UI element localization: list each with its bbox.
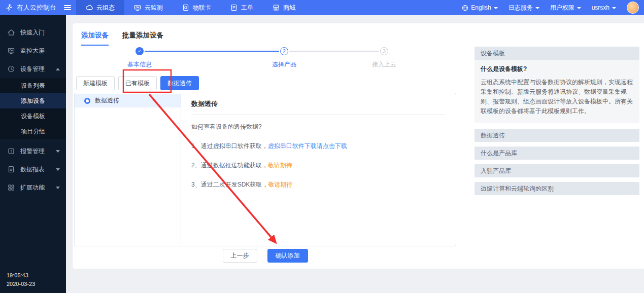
- usr-logo-icon: [5, 4, 13, 12]
- sidebar-label: 报警管理: [20, 147, 45, 156]
- topnav-label: 云监测: [145, 4, 163, 12]
- sidebar-clock: 19:05:43 2020-03-23: [7, 271, 35, 288]
- help-section-join-product-library[interactable]: 入驻产品库: [474, 164, 639, 177]
- user-permission-menu[interactable]: 用户权限: [550, 4, 581, 12]
- help-body-device-template: 什么是设备模板? 云组态系统中配置与设备数据协议的解析规则，实现远程采集和控制。…: [474, 60, 639, 123]
- item-text: 1、通过虚拟串口软件获取，: [191, 142, 268, 150]
- existing-template-button[interactable]: 已有模板: [118, 76, 157, 90]
- help-section-edge-vs-cloud-polling[interactable]: 边缘计算和云端轮询的区别: [474, 182, 639, 195]
- previous-step-button[interactable]: 上一步: [223, 249, 257, 263]
- topnav-label: 物联卡: [193, 4, 211, 12]
- user-permission-label: 用户权限: [550, 4, 574, 12]
- clock-date: 2020-03-23: [7, 280, 35, 288]
- data-passthrough-button[interactable]: 数据透传: [160, 76, 199, 90]
- topnav-item-iot-card[interactable]: 物联卡: [173, 0, 221, 15]
- help-section-data-passthrough[interactable]: 数据透传: [474, 129, 639, 142]
- help-section-device-template[interactable]: 设备模板: [474, 47, 639, 60]
- step-1-label: 基本信息: [117, 60, 162, 69]
- brand: 有人云控制台: [0, 0, 71, 15]
- chevron-down-icon: [577, 7, 581, 9]
- app-title: 有人云控制台: [17, 4, 56, 12]
- topnav-label: 商城: [283, 4, 295, 12]
- detail-question: 如何查看设备的透传数据?: [191, 123, 446, 131]
- template-type-buttons: 新建模板 已有模板 数据透传: [76, 76, 199, 90]
- sidebar-label: 设备管理: [20, 65, 45, 74]
- sidebar-label: 扩展功能: [20, 184, 45, 192]
- chevron-down-icon: [494, 7, 498, 9]
- top-nav: 云组态 云监测 物联卡: [76, 0, 305, 15]
- avatar[interactable]: [627, 2, 639, 14]
- sidebar-item-quick-start[interactable]: 快速入门: [0, 23, 66, 42]
- big-screen-icon: [8, 47, 15, 54]
- detail-title: 数据透传: [191, 99, 446, 115]
- step-connector-pending: [289, 51, 379, 52]
- language-label: English: [471, 4, 491, 11]
- step-1-check-icon: ✓: [135, 47, 144, 55]
- sidebar: 快速入门 监控大屏 设备管理 设备列表 添加设备 设备模板 项目分组: [0, 15, 66, 293]
- topnav-item-cloud-monitor[interactable]: 云监测: [124, 0, 173, 15]
- alarm-icon: [8, 148, 15, 155]
- sidebar-label: 监控大屏: [20, 47, 45, 55]
- topnav-item-work-order[interactable]: 工单: [221, 0, 263, 15]
- sidebar-sublabel: 设备模板: [21, 112, 45, 121]
- list-item-data-passthrough[interactable]: 数据透传: [75, 94, 181, 107]
- coming-soon-label: 敬请期待: [268, 181, 292, 188]
- coming-soon-label: 敬请期待: [268, 162, 292, 169]
- account-menu[interactable]: usrsxh: [592, 4, 616, 11]
- step-connector-done: [145, 51, 279, 52]
- chevron-down-icon: [56, 187, 60, 189]
- confirm-add-button[interactable]: 确认添加: [267, 249, 308, 263]
- sidebar-item-device-list[interactable]: 设备列表: [0, 78, 66, 93]
- topnav-label: 工单: [241, 4, 253, 12]
- report-icon: [8, 166, 15, 173]
- sidebar-sublabel: 项目分组: [21, 127, 45, 136]
- sidebar-item-device-template[interactable]: 设备模板: [0, 108, 66, 124]
- sidebar-item-add-device[interactable]: 添加设备: [0, 93, 66, 108]
- account-label: usrsxh: [592, 4, 609, 11]
- monitor-icon: [134, 4, 141, 11]
- item-text: 3、通过二次开发SDK获取，: [191, 181, 268, 188]
- topnav-item-mall[interactable]: 商城: [263, 0, 305, 15]
- detail-item-1: 1、通过虚拟串口软件获取，虚拟串口软件下载请点击下载: [191, 142, 446, 151]
- radio-selected-icon[interactable]: [84, 98, 90, 104]
- topnav-label: 云组态: [96, 4, 115, 12]
- option-label: 数据透传: [95, 96, 119, 105]
- chevron-down-icon: [56, 168, 60, 171]
- clock-time: 19:05:43: [7, 271, 35, 280]
- main-card: 添加设备 批量添加设备 ✓ 2 3 基本信息 选择产品 接入上云 新建模板 已有…: [73, 23, 644, 269]
- log-service-menu[interactable]: 日志服务: [509, 4, 539, 12]
- sidebar-item-data-report[interactable]: 数据报表: [0, 160, 66, 178]
- detail-item-3: 3、通过二次开发SDK获取，敬请期待: [191, 180, 446, 189]
- wizard-footer: 上一步 确认添加: [74, 249, 456, 263]
- sidebar-item-monitor-screen[interactable]: 监控大屏: [0, 42, 66, 60]
- cloud-icon: [86, 4, 93, 11]
- help-question: 什么是设备模板?: [481, 65, 633, 74]
- step-3-circle: 3: [380, 47, 388, 55]
- selection-panel: 数据透传 数据透传 如何查看设备的透传数据? 1、通过虚拟串口软件获取，虚拟串口…: [74, 93, 456, 246]
- sidebar-item-device-management[interactable]: 设备管理: [0, 60, 66, 78]
- sidebar-label: 数据报表: [20, 165, 45, 174]
- help-section-what-is-product-library[interactable]: 什么是产品库: [474, 146, 639, 160]
- device-gauge-icon: [8, 65, 15, 72]
- log-service-label: 日志服务: [509, 4, 533, 12]
- help-accordion: 设备模板 什么是设备模板? 云组态系统中配置与设备数据协议的解析规则，实现远程采…: [474, 47, 639, 195]
- language-menu[interactable]: English: [462, 4, 497, 11]
- sidebar-sublabel: 添加设备: [21, 97, 45, 105]
- ticket-icon: [230, 4, 238, 11]
- passthrough-detail: 数据透传 如何查看设备的透传数据? 1、通过虚拟串口软件获取，虚拟串口软件下载请…: [181, 93, 456, 246]
- chevron-up-icon: [56, 68, 60, 70]
- sim-card-icon: [182, 4, 189, 11]
- step-2-label: 选择产品: [261, 60, 307, 69]
- sidebar-item-extensions[interactable]: 扩展功能: [0, 178, 66, 197]
- topbar-right-menus: English 日志服务 用户权限 usrsxh: [462, 0, 644, 15]
- topnav-item-cloud-scada[interactable]: 云组态: [76, 0, 124, 15]
- download-link[interactable]: 虚拟串口软件下载请点击下载: [268, 142, 347, 150]
- sidebar-item-alarm-management[interactable]: 报警管理: [0, 142, 66, 160]
- help-paragraph: 云组态系统中配置与设备数据协议的解析规则，实现远程采集和控制。新版云服务将通讯协…: [481, 78, 633, 116]
- sidebar-item-project-group[interactable]: 项目分组: [0, 124, 66, 139]
- menu-toggle-icon[interactable]: [64, 5, 71, 10]
- detail-item-2: 2、通过数据推送功能获取，敬请期待: [191, 161, 446, 170]
- top-navbar: 有人云控制台 云组态 云监测: [0, 0, 644, 15]
- home-icon: [8, 29, 15, 36]
- new-template-button[interactable]: 新建模板: [76, 76, 115, 90]
